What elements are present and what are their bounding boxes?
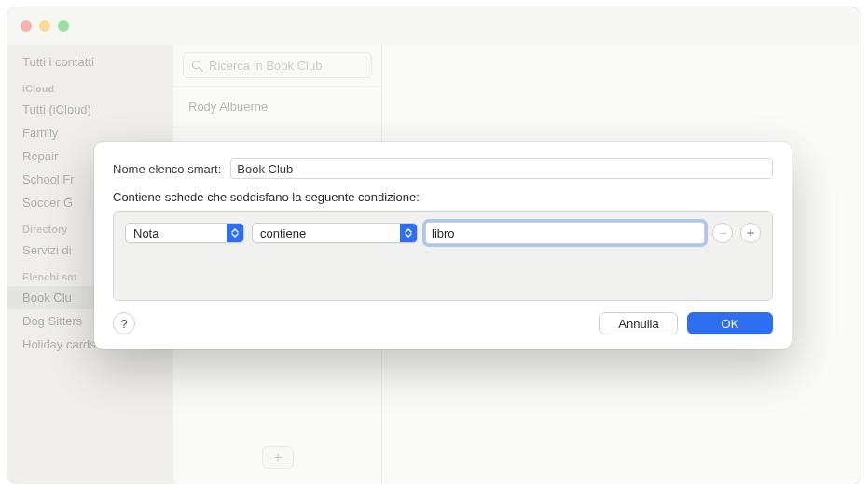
chevron-updown-icon <box>227 224 243 242</box>
ok-button[interactable]: OK <box>687 312 773 334</box>
smart-list-name-label: Nome elenco smart: <box>113 162 221 176</box>
sheet-footer: ? Annulla OK <box>113 312 773 334</box>
rule-operator-value: contiene <box>260 226 394 240</box>
name-row: Nome elenco smart: <box>113 158 773 179</box>
chevron-updown-icon <box>400 224 417 242</box>
minus-icon: − <box>719 225 726 240</box>
condition-label: Contiene schede che soddisfano la seguen… <box>113 190 773 204</box>
help-button[interactable]: ? <box>113 312 135 334</box>
contacts-window: Tutti i contatti iCloud Tutti (iCloud) F… <box>7 7 861 484</box>
smart-list-sheet: Nome elenco smart: Contiene schede che s… <box>94 142 792 349</box>
rules-box: Nota contiene − ＋ <box>113 211 773 301</box>
cancel-button[interactable]: Annulla <box>599 312 678 334</box>
rule-field-popup[interactable]: Nota <box>125 223 244 243</box>
smart-list-name-input[interactable] <box>230 158 773 179</box>
rule-operator-popup[interactable]: contiene <box>252 223 418 243</box>
help-icon: ? <box>120 317 127 331</box>
rule-field-value: Nota <box>133 226 221 240</box>
remove-rule-button[interactable]: − <box>712 223 733 243</box>
rule-value-input[interactable] <box>425 222 705 244</box>
add-rule-button[interactable]: ＋ <box>740 223 761 243</box>
plus-icon: ＋ <box>744 225 757 241</box>
